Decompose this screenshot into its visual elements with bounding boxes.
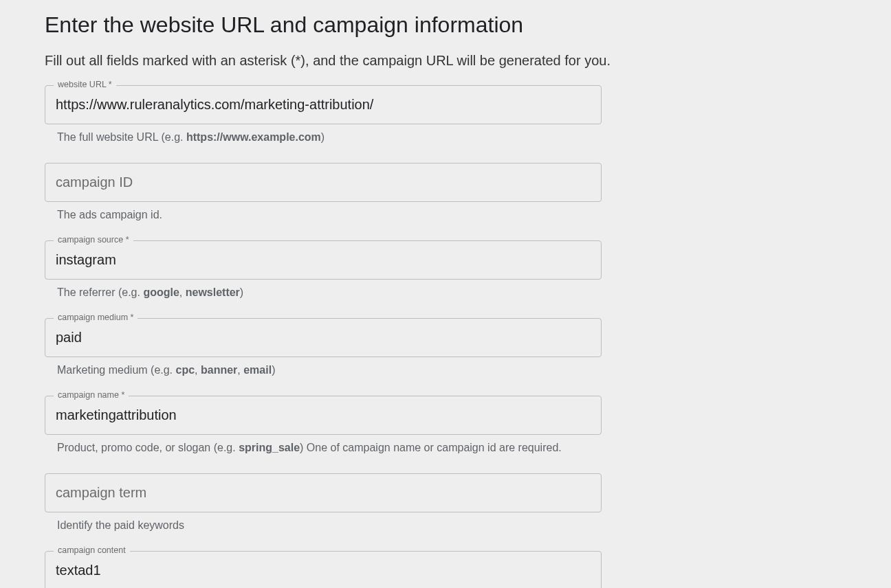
campaign-name-label: campaign name * <box>54 390 129 400</box>
campaign-medium-label: campaign medium * <box>54 313 138 322</box>
campaign-id-helper: The ads campaign id. <box>45 202 602 234</box>
website-url-label: website URL * <box>54 80 116 89</box>
campaign-medium-input[interactable] <box>56 319 591 357</box>
campaign-source-input[interactable] <box>56 241 591 279</box>
field-campaign-content: campaign content Use to differentiate ad… <box>45 551 602 588</box>
website-url-input[interactable] <box>56 86 591 124</box>
field-campaign-term: Identify the paid keywords <box>45 473 602 544</box>
campaign-source-label: campaign source * <box>54 235 133 245</box>
campaign-name-input[interactable] <box>56 396 591 434</box>
page-heading: Enter the website URL and campaign infor… <box>45 12 891 38</box>
campaign-content-label: campaign content <box>54 545 130 555</box>
field-campaign-id: The ads campaign id. <box>45 163 602 234</box>
field-campaign-name: campaign name * Product, promo code, or … <box>45 396 602 466</box>
campaign-id-input[interactable] <box>56 163 591 201</box>
campaign-term-input[interactable] <box>56 474 591 512</box>
field-campaign-medium: campaign medium * Marketing medium (e.g.… <box>45 318 602 389</box>
campaign-term-helper: Identify the paid keywords <box>45 512 602 544</box>
campaign-medium-helper: Marketing medium (e.g. cpc, banner, emai… <box>45 357 602 389</box>
campaign-name-helper: Product, promo code, or slogan (e.g. spr… <box>45 435 602 466</box>
field-website-url: website URL * The full website URL (e.g.… <box>45 85 602 156</box>
intro-text: Fill out all fields marked with an aster… <box>45 53 891 69</box>
campaign-source-helper: The referrer (e.g. google, newsletter) <box>45 280 602 311</box>
field-campaign-source: campaign source * The referrer (e.g. goo… <box>45 240 602 311</box>
campaign-content-input[interactable] <box>56 552 591 588</box>
website-url-helper: The full website URL (e.g. https://www.e… <box>45 124 602 156</box>
